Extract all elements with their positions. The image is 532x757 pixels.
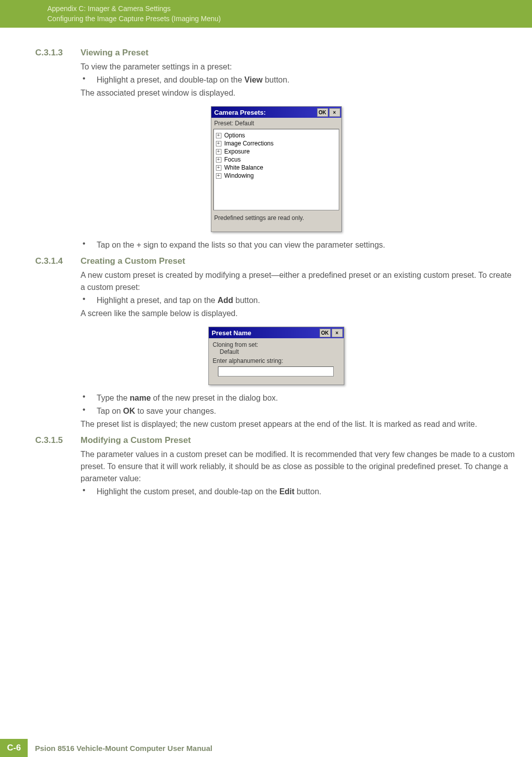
text: Tap on xyxy=(97,407,123,415)
bullet-text: Tap on the + sign to expand the lists so… xyxy=(97,239,385,251)
expand-icon[interactable]: + xyxy=(216,157,221,163)
preset-name-dialog: Preset Name OK × Cloning from set: Defau… xyxy=(208,327,344,385)
text: of the new preset in the dialog box. xyxy=(151,394,278,402)
text: button. xyxy=(263,75,289,84)
close-icon[interactable]: × xyxy=(332,329,343,337)
tree-item[interactable]: +Windowing xyxy=(216,172,337,180)
bullet-icon: • xyxy=(81,294,97,307)
ok-button[interactable]: OK xyxy=(320,329,331,337)
bold-text: name xyxy=(130,394,151,402)
section-title: Modifying a Custom Preset xyxy=(81,435,191,445)
tree-label: Options xyxy=(224,132,245,139)
expand-icon[interactable]: + xyxy=(216,173,221,179)
tree-label: Focus xyxy=(224,156,241,163)
section-number: C.3.1.4 xyxy=(35,256,81,266)
section-number: C.3.1.5 xyxy=(35,435,81,445)
footer-text: Psion 8516 Vehicle-Mount Computer User M… xyxy=(28,744,212,752)
expand-icon[interactable]: + xyxy=(216,141,221,146)
preset-label: Preset: Default xyxy=(211,118,341,129)
text: button. xyxy=(294,487,321,496)
bullet-text: Tap on OK to save your changes. xyxy=(97,405,216,417)
tree-item[interactable]: +Exposure xyxy=(216,147,337,156)
section-title: Creating a Custom Preset xyxy=(81,256,185,266)
text: Highlight a preset, and tap on the xyxy=(97,296,217,305)
page-footer: C-6 Psion 8516 Vehicle-Mount Computer Us… xyxy=(0,739,532,757)
cloning-label: Cloning from set: xyxy=(213,341,340,348)
header-line-1: Appendix C: Imager & Camera Settings xyxy=(47,4,532,14)
text: Highlight the custom preset, and double-… xyxy=(97,487,279,496)
bullet-icon: • xyxy=(81,239,97,251)
bullet-text: Highlight a preset, and tap on the Add b… xyxy=(97,294,260,307)
dialog-footer-text: Predefined settings are read only. xyxy=(211,210,341,232)
paragraph: A screen like the sample below is displa… xyxy=(81,308,517,320)
cloning-value: Default xyxy=(213,348,340,355)
tree-label: Exposure xyxy=(224,148,250,155)
enter-string-label: Enter alphanumeric string: xyxy=(213,357,340,364)
bold-text: OK xyxy=(123,407,135,415)
text: to save your changes. xyxy=(135,407,216,415)
tree-label: Windowing xyxy=(224,172,254,179)
dialog-title: Camera Presets: xyxy=(214,109,316,116)
paragraph: To view the parameter settings in a pres… xyxy=(81,61,517,73)
bold-text: Edit xyxy=(279,487,294,496)
bullet-icon: • xyxy=(81,486,97,498)
bullet-icon: • xyxy=(81,392,97,404)
bullet-text: Highlight a preset, and double-tap on th… xyxy=(97,74,289,86)
section-title: Viewing a Preset xyxy=(81,48,148,58)
header-line-2: Configuring the Image Capture Presets (I… xyxy=(47,14,532,24)
tree-label: White Balance xyxy=(224,164,263,171)
tree-item[interactable]: +Options xyxy=(216,131,337,139)
tree-item[interactable]: +Image Corrections xyxy=(216,139,337,147)
page-number: C-6 xyxy=(0,739,28,757)
bullet-text: Highlight the custom preset, and double-… xyxy=(97,486,322,498)
bullet-text: Type the name of the new preset in the d… xyxy=(97,392,278,404)
preset-tree: +Options +Image Corrections +Exposure +F… xyxy=(213,129,339,210)
expand-icon[interactable]: + xyxy=(216,165,221,171)
preset-name-input[interactable] xyxy=(218,366,334,376)
text: Type the xyxy=(97,394,130,402)
bold-text: Add xyxy=(217,296,233,305)
bullet-icon: • xyxy=(81,74,97,86)
camera-presets-dialog: Camera Presets: OK × Preset: Default +Op… xyxy=(211,106,342,232)
bullet-icon: • xyxy=(81,405,97,417)
bold-text: View xyxy=(245,75,263,84)
section-number: C.3.1.3 xyxy=(35,48,81,58)
tree-label: Image Corrections xyxy=(224,140,274,147)
tree-item[interactable]: +Focus xyxy=(216,156,337,164)
expand-icon[interactable]: + xyxy=(216,133,221,138)
paragraph: The preset list is displayed; the new cu… xyxy=(81,418,517,430)
paragraph: The parameter values in a custom preset … xyxy=(81,448,517,485)
page-header: Appendix C: Imager & Camera Settings Con… xyxy=(0,0,532,28)
ok-button[interactable]: OK xyxy=(317,108,328,117)
tree-item[interactable]: +White Balance xyxy=(216,164,337,172)
dialog-titlebar: Preset Name OK × xyxy=(209,327,344,338)
expand-icon[interactable]: + xyxy=(216,149,221,155)
text: button. xyxy=(233,296,260,305)
text: Highlight a preset, and double-tap on th… xyxy=(97,75,245,84)
dialog-title: Preset Name xyxy=(212,329,319,337)
paragraph: A new custom preset is created by modify… xyxy=(81,269,517,293)
paragraph: The associated preset window is displaye… xyxy=(81,87,517,99)
close-icon[interactable]: × xyxy=(329,108,340,117)
dialog-titlebar: Camera Presets: OK × xyxy=(211,107,341,118)
